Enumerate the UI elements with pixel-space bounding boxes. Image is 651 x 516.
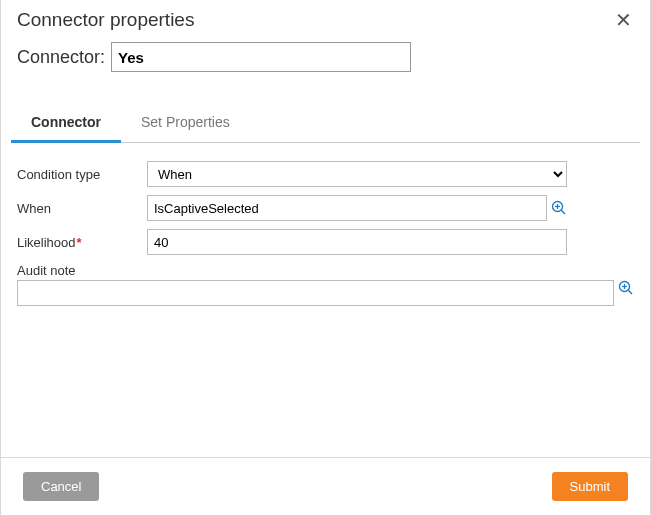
row-likelihood: Likelihood* [17,229,634,255]
dialog-title: Connector properties [17,9,194,31]
likelihood-label: Likelihood* [17,235,147,250]
form-area: Condition type When When Likelihood* [1,143,650,457]
condition-type-select[interactable]: When [147,161,567,187]
submit-button[interactable]: Submit [552,472,628,501]
svg-line-5 [628,290,632,294]
magnify-plus-icon[interactable] [551,200,567,216]
tab-connector[interactable]: Connector [11,104,121,143]
condition-type-label: Condition type [17,167,147,182]
dialog-footer: Cancel Submit [1,457,650,515]
dialog-header: Connector properties ✕ [1,0,650,38]
audit-note-label: Audit note [17,263,634,278]
row-when: When [17,195,634,221]
likelihood-input[interactable] [147,229,567,255]
connector-name-input[interactable] [111,42,411,72]
tab-bar: Connector Set Properties [11,104,640,143]
svg-line-1 [561,210,565,214]
audit-note-input[interactable] [17,280,614,306]
when-label: When [17,201,147,216]
when-input[interactable] [147,195,547,221]
connector-label: Connector: [17,47,105,68]
connector-properties-dialog: Connector properties ✕ Connector: Connec… [0,0,651,516]
row-audit-note: Audit note [17,263,634,306]
close-icon[interactable]: ✕ [611,8,636,32]
magnify-plus-icon[interactable] [618,280,634,296]
connector-name-row: Connector: [1,38,650,86]
cancel-button[interactable]: Cancel [23,472,99,501]
row-condition-type: Condition type When [17,161,634,187]
tab-set-properties[interactable]: Set Properties [121,104,250,143]
